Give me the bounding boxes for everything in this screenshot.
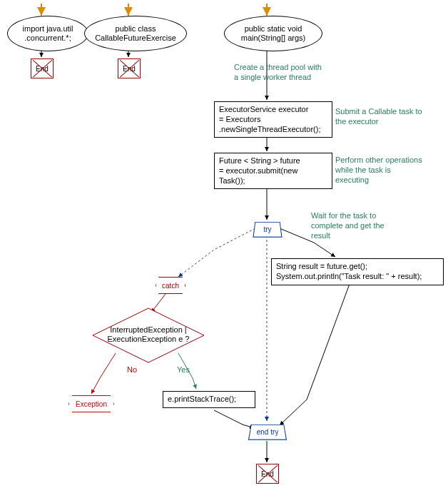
end-try-block: end try [248, 425, 287, 440]
end-terminal-2: End [118, 59, 141, 78]
exception-node: Exception [68, 395, 114, 412]
connectors [0, 0, 448, 503]
rect-future-text: Future < String > future = executor.subm… [219, 156, 300, 185]
ellipse-class-text: public class CallableFutureExercise [95, 24, 176, 43]
rect-result: String result = future.get(); System.out… [271, 258, 444, 285]
try-block: try [253, 222, 282, 238]
try-label: try [263, 225, 272, 233]
end-try-label: end try [256, 428, 279, 436]
end-label: End [261, 470, 274, 478]
catch-block: catch [156, 277, 185, 294]
ellipse-import-text: import java.util .concurrent.*; [23, 24, 73, 43]
comment-submit-callable: Submit a Callable task tothe executor [335, 107, 442, 127]
ellipse-class: public class CallableFutureExercise [84, 16, 187, 51]
ellipse-import: import java.util .concurrent.*; [7, 16, 88, 51]
no-label: No [127, 365, 137, 374]
comment-thread-pool: Create a thread pool witha single worker… [234, 63, 348, 83]
end-terminal-3: End [256, 464, 279, 484]
rect-executor-service: ExecutorService executor = Executors .ne… [214, 101, 332, 138]
end-label: End [123, 65, 136, 73]
rect-result-text: String result = future.get(); System.out… [276, 262, 422, 280]
end-terminal-1: End [31, 59, 54, 78]
comment-other-ops: Perform other operationswhile the task i… [335, 156, 442, 185]
rect-executor-text: ExecutorService executor = Executors .ne… [219, 105, 320, 133]
rect-future: Future < String > future = executor.subm… [214, 153, 332, 189]
exception-label: Exception [76, 400, 107, 408]
ellipse-main-text: public static void main(String[] args) [241, 24, 305, 43]
end-label: End [36, 65, 49, 73]
rect-stacktrace-text: e.printStackTrace(); [168, 395, 236, 403]
comment-wait-result: Wait for the task tocomplete and get the… [311, 211, 418, 240]
yes-label: Yes [177, 365, 190, 374]
ellipse-main: public static void main(String[] args) [224, 16, 322, 51]
catch-label: catch [162, 282, 179, 290]
decision-text: InterruptedException |ExecutionException… [91, 325, 205, 344]
rect-stacktrace: e.printStackTrace(); [163, 391, 255, 408]
